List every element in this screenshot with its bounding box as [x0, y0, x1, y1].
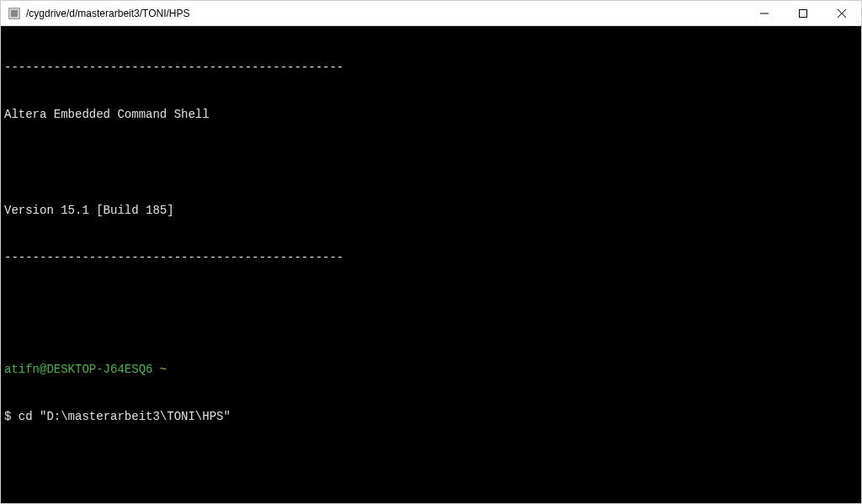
command-line: $ cd "D:\masterarbeit3\TONI\HPS": [4, 409, 858, 425]
version-line: Version 15.1 [Build 185]: [4, 203, 858, 219]
titlebar[interactable]: /cygdrive/d/masterarbeit3/TONI/HPS: [1, 1, 861, 26]
blank-line: [4, 457, 858, 473]
close-icon: [838, 9, 846, 18]
minimize-icon: [760, 9, 769, 18]
banner-line: Altera Embedded Command Shell: [4, 107, 858, 123]
blank-line: [4, 298, 858, 314]
blank-line: [4, 155, 858, 171]
divider-line: ----------------------------------------…: [4, 60, 858, 76]
window-title: /cygdrive/d/masterarbeit3/TONI/HPS: [26, 8, 190, 19]
window-controls: [745, 1, 861, 25]
terminal-window: /cygdrive/d/masterarbeit3/TONI/HPS -----…: [0, 0, 862, 504]
svg-rect-3: [800, 9, 807, 17]
prompt-char: $: [4, 410, 11, 423]
svg-rect-1: [11, 9, 19, 17]
user-host: atifn@DESKTOP-J64ESQ6: [4, 363, 152, 376]
divider-line: ----------------------------------------…: [4, 250, 858, 266]
terminal-body[interactable]: ----------------------------------------…: [1, 26, 861, 503]
close-button[interactable]: [822, 1, 861, 25]
cwd-home: ~: [160, 363, 167, 376]
maximize-icon: [799, 9, 807, 18]
prompt-line: atifn@DESKTOP-J64ESQ6 ~: [4, 362, 858, 378]
maximize-button[interactable]: [784, 1, 822, 25]
cmd-cd: cd "D:\masterarbeit3\TONI\HPS": [19, 410, 231, 423]
app-icon: [8, 7, 21, 20]
minimize-button[interactable]: [745, 1, 784, 25]
